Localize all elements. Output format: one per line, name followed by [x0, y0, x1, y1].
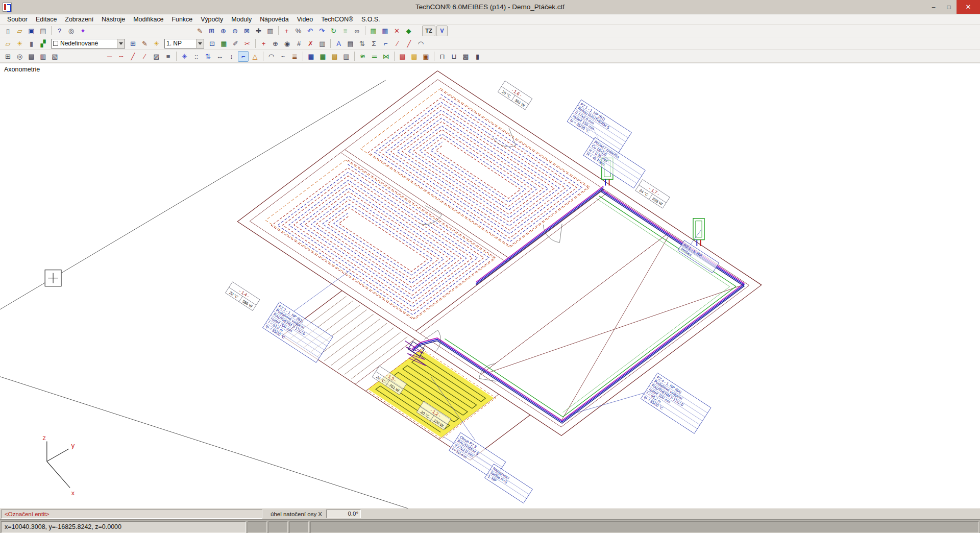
slash-dim-icon[interactable]: ╱	[404, 38, 414, 49]
columns-icon[interactable]: ▥	[317, 38, 328, 49]
compass-icon[interactable]: ◎	[66, 26, 77, 36]
menu-n-pov-da[interactable]: Nápověda	[256, 15, 293, 23]
layer-select[interactable]: Nedefinované	[51, 39, 125, 49]
undo-icon[interactable]: ↶	[305, 26, 315, 36]
zoom-out-icon[interactable]: ⊖	[230, 26, 240, 36]
menu-editace[interactable]: Editace	[32, 15, 61, 23]
snap-grid-icon[interactable]: #	[293, 38, 304, 49]
table-blue-icon[interactable]: ▦	[380, 26, 390, 36]
menu-soubor[interactable]: Soubor	[3, 15, 32, 23]
preview-icon[interactable]: ▤	[26, 51, 37, 62]
table-legend-icon[interactable]: ▤	[329, 51, 340, 62]
menu-moduly[interactable]: Moduly	[227, 15, 256, 23]
arc-icon[interactable]: ◠	[266, 51, 277, 62]
help-icon[interactable]: ?	[54, 26, 65, 36]
radiator-yellow-icon[interactable]: ▤	[409, 51, 420, 62]
menu-s-o-s-[interactable]: S.O.S.	[357, 15, 384, 23]
menu-funkce[interactable]: Funkce	[167, 15, 197, 23]
flow-arrows-icon[interactable]: ⇅	[203, 51, 213, 62]
nodes-icon[interactable]: ::	[191, 51, 202, 62]
align-icon[interactable]: ≡	[163, 51, 174, 62]
named-view-icon[interactable]: ▥	[265, 26, 276, 36]
pin-window-icon[interactable]: ⊞	[3, 51, 13, 62]
node-star-icon[interactable]: ✳	[179, 51, 190, 62]
line-dashdot-icon[interactable]: ∕	[139, 51, 150, 62]
page-icon[interactable]: ▥	[38, 51, 48, 62]
lock-icon[interactable]: ▮	[26, 38, 37, 49]
pipe-icon[interactable]: ≋	[357, 51, 368, 62]
drawing-canvas[interactable]: Axonometrie - 1.6 -20 °C361 W- 1.7 -24 °…	[0, 63, 980, 508]
legend-icon[interactable]: ▥	[341, 51, 352, 62]
scale-percent-icon[interactable]: %	[293, 26, 304, 36]
menu-modifikace[interactable]: Modifikace	[129, 15, 167, 23]
visibility-bulb-icon[interactable]: ☀	[14, 38, 25, 49]
floor-grid-icon[interactable]: ⊡	[207, 38, 217, 49]
hatch-icon[interactable]: ▨	[151, 51, 162, 62]
angle-input[interactable]: 0.0°	[326, 510, 361, 518]
valve-icon[interactable]: ⋈	[381, 51, 391, 62]
refresh-icon[interactable]: ↻	[328, 26, 339, 36]
palette-icon[interactable]: ✦	[78, 26, 88, 36]
zoom-in-icon[interactable]: ⊕	[218, 26, 229, 36]
schema-icon[interactable]: ▤	[345, 38, 356, 49]
column-icon[interactable]: ▮	[472, 51, 483, 62]
search-icon[interactable]: ◎	[14, 51, 25, 62]
table-zones-icon[interactable]: ▦	[317, 51, 328, 62]
slash-icon[interactable]: ∕	[392, 38, 403, 49]
grid-edit-icon[interactable]: ⊞	[128, 38, 138, 49]
floor-select[interactable]: 1. NP	[164, 39, 204, 49]
zoom-extents-icon[interactable]: ⊠	[241, 26, 252, 36]
snap-cross-icon[interactable]: +	[258, 38, 269, 49]
new-file-icon[interactable]: ▯	[3, 26, 13, 36]
cut-icon[interactable]: ✂	[242, 38, 253, 49]
dim-height-icon[interactable]: ↕	[226, 51, 237, 62]
sort-icon[interactable]: ⇅	[357, 38, 368, 49]
v-toggle-button[interactable]: V	[436, 26, 448, 36]
dim-width-icon[interactable]: ↔	[214, 51, 225, 62]
erase-icon[interactable]: ✗	[305, 38, 316, 49]
pipe-double-icon[interactable]: ═	[369, 51, 380, 62]
wrench-icon[interactable]: ✐	[230, 38, 241, 49]
results-table-icon[interactable]: ▦	[218, 38, 229, 49]
zoom-window-icon[interactable]: ⊞	[206, 26, 217, 36]
layers-icon[interactable]: ≡	[340, 26, 351, 36]
chevron-down-icon[interactable]	[196, 39, 204, 48]
corner-icon[interactable]: ⌐	[238, 51, 249, 62]
line-dashed-icon[interactable]: ┄	[116, 51, 127, 62]
stairs-icon[interactable]: ≣	[289, 51, 300, 62]
measure-icon[interactable]: ⌐	[380, 38, 391, 49]
curve-icon[interactable]: ~	[278, 51, 288, 62]
delete-red-icon[interactable]: ✕	[391, 26, 402, 36]
radiator-red-icon[interactable]: ▤	[397, 51, 408, 62]
text-icon[interactable]: A	[333, 38, 344, 49]
menu-zobrazen-[interactable]: Zobrazení	[61, 15, 97, 23]
line-solid-icon[interactable]: ─	[104, 51, 115, 62]
menu-n-stroje[interactable]: Nástroje	[97, 15, 129, 23]
options-icon[interactable]: ▧	[50, 51, 60, 62]
menu-techcon-[interactable]: TechCON®	[317, 15, 357, 23]
print-icon[interactable]: ▤	[38, 26, 48, 36]
machine-icon[interactable]: ▞	[38, 38, 48, 49]
warning-icon[interactable]: △	[250, 51, 260, 62]
snap-circle-icon[interactable]: ◉	[282, 38, 292, 49]
redraw-icon[interactable]: ✎	[194, 26, 205, 36]
snap-point-icon[interactable]: +	[281, 26, 292, 36]
door-icon[interactable]: ⊓	[437, 51, 448, 62]
wall-hatch-icon[interactable]: ▩	[460, 51, 471, 62]
layer-checkbox-icon[interactable]	[53, 41, 58, 46]
door-arc-icon[interactable]: ◠	[415, 38, 426, 49]
diamond-green-icon[interactable]: ◆	[403, 26, 414, 36]
boiler-icon[interactable]: ▣	[421, 51, 431, 62]
sum-icon[interactable]: Σ	[369, 38, 379, 49]
menu-video[interactable]: Video	[293, 15, 317, 23]
table-green-icon[interactable]: ▦	[368, 26, 379, 36]
open-folder-icon[interactable]: ▱	[14, 26, 25, 36]
floor-bulb-icon[interactable]: ☀	[151, 38, 162, 49]
table-results-icon[interactable]: ▦	[306, 51, 316, 62]
line-slope-icon[interactable]: ╱	[128, 51, 138, 62]
link-icon[interactable]: ∞	[352, 26, 362, 36]
redo-icon[interactable]: ↷	[316, 26, 327, 36]
tz-toggle-button[interactable]: TZ	[422, 26, 435, 36]
snap-center-icon[interactable]: ⊕	[270, 38, 281, 49]
pencil-icon[interactable]: ✎	[139, 38, 150, 49]
